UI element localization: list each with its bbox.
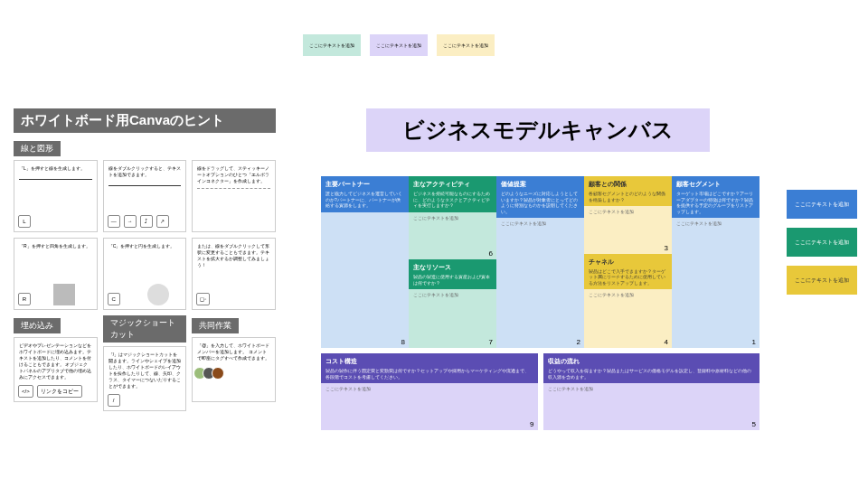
code-icon: </>	[18, 385, 33, 398]
key-L: L	[18, 215, 31, 228]
bmc-activities-resources: 主なアクティビティビジネスを持続可能なものにするために、どのようなタスクとアクテ…	[409, 176, 496, 348]
square-shape	[53, 284, 75, 305]
tool-icon: ⤴	[140, 215, 153, 228]
key-C: C	[108, 293, 120, 305]
sticky-note[interactable]: ここにテキストを追加	[303, 34, 361, 56]
card-text: 「R」を押すと四角を生成します。	[19, 243, 90, 249]
shapes-icon: ◻◦	[196, 293, 210, 305]
hint-card-line: 「L」を押すと線を生成します。 L	[14, 160, 98, 232]
bmc-relations[interactable]: ここにテキストを追加3	[584, 206, 672, 254]
canvas-title: ビジネスモデルキャンバス	[366, 108, 710, 152]
hint-card-collab: 「@」を入力して、ホワイトボードメンバーを追加します。 コメントで即座にタグすべ…	[192, 337, 276, 402]
section-magic: マジックショートカット	[103, 315, 187, 343]
hint-card-embed: ビデオやプレゼンテーションなどをホワイトボードに埋め込みます。テキストを追加した…	[14, 337, 98, 402]
card-text: 「L」を押すと線を生成します。	[19, 165, 85, 171]
sticky-note[interactable]: ここにテキストを追加	[787, 190, 857, 219]
sticky-note[interactable]: ここにテキストを追加	[787, 228, 857, 257]
tool-icon: —	[108, 215, 120, 228]
bmc-cost[interactable]: コスト構造製品の製作に伴う固定費と変動費は何ですか？セットアップや採用からマーケ…	[321, 353, 538, 430]
hint-card-circle: 「C」を押すと円を生成します。 C	[103, 238, 187, 310]
card-text: ビデオやプレゼンテーションなどをホワイトボードに埋め込みます。テキストを追加した…	[19, 343, 91, 380]
hint-card-shapes: または、線をダブルクリックして形状に変更することもできます。テキストを拡大するか…	[192, 238, 276, 310]
tool-icon: →	[124, 215, 137, 228]
section-embed: 埋め込み	[14, 318, 61, 333]
card-text: 「C」を押すと円を生成します。	[108, 243, 175, 249]
section-lines-shapes: 線と図形	[14, 141, 61, 156]
key-slash: /	[108, 394, 120, 407]
tool-icon: ↗	[156, 215, 169, 228]
hint-card-rect: 「R」を押すと四角を生成します。 R	[14, 238, 98, 310]
bmc-segments[interactable]: 顧客セグメントターゲット市場はどこですか？アーリーアダプターの特徴は何ですか？製…	[672, 176, 760, 348]
bmc-resources[interactable]: ここにテキストを追加7	[409, 289, 496, 348]
section-collab: 共同作業	[192, 318, 239, 333]
hints-panel: ホワイトボード用Canvaのヒント 線と図形 「L」を押すと線を生成します。 L…	[14, 108, 276, 411]
bmc-revenue[interactable]: 収益の流れどうやって収入を得ますか？製品またはサービスの価格モデルを設定し、登録…	[543, 353, 760, 430]
card-text: 「@」を入力して、ホワイトボードメンバーを追加します。 コメントで即座にタグすべ…	[197, 343, 269, 361]
avatar	[212, 367, 224, 380]
copy-link-button[interactable]: リンクをコピー	[37, 385, 82, 398]
bmc-relations-channels: 顧客との関係各顧客セグメントとのどのような関係を構築しますか？ ここにテキストを…	[584, 176, 672, 348]
sticky-note[interactable]: ここにテキストを追加	[787, 266, 857, 295]
card-text: 線をダブルクリックすると、テキストを追加できます。	[108, 165, 181, 177]
key-R: R	[18, 293, 31, 305]
business-model-canvas: 主要パートナー誰と協力してビジネスを運営していくのか?パートナーに、パートナーが…	[321, 176, 760, 430]
card-text: 「/」はマジックショートカットを開きます。ラインやシェイプを追加したり、ホワイト…	[108, 352, 181, 389]
sticky-note[interactable]: ここにテキストを追加	[370, 34, 428, 56]
card-text: 線をドラッグして、スティッキーノートオプションのひとつ「エルボラインコネクター」…	[197, 165, 269, 183]
right-sticky-column: ここにテキストを追加 ここにテキストを追加 ここにテキストを追加	[787, 190, 857, 295]
top-sticky-row: ここにテキストを追加 ここにテキストを追加 ここにテキストを追加	[303, 34, 495, 56]
card-text: または、線をダブルクリックして形状に変更することもできます。テキストを拡大するか…	[197, 243, 269, 267]
bmc-partners[interactable]: 主要パートナー誰と協力してビジネスを運営していくのか?パートナーに、パートナーが…	[321, 176, 409, 348]
avatar-group	[197, 367, 270, 380]
bmc-value[interactable]: 価値提案どのようなニーズに対応しようとしていますか？製品が対象者にとってどのよう…	[496, 176, 584, 348]
bmc-activities[interactable]: ここにテキストを追加6	[409, 212, 496, 260]
hint-card-slash: 「/」はマジックショートカットを開きます。ラインやシェイプを追加したり、ホワイト…	[103, 346, 187, 411]
bmc-channels[interactable]: ここにテキストを追加4	[584, 289, 672, 348]
hints-title: ホワイトボード用Canvaのヒント	[14, 108, 276, 133]
hint-card-connector: 線をドラッグして、スティッキーノートオプションのひとつ「エルボラインコネクター」…	[192, 160, 276, 232]
sticky-note[interactable]: ここにテキストを追加	[437, 34, 495, 56]
circle-shape	[147, 284, 169, 305]
hint-card-doubleclick: 線をダブルクリックすると、テキストを追加できます。 — → ⤴ ↗	[103, 160, 187, 232]
